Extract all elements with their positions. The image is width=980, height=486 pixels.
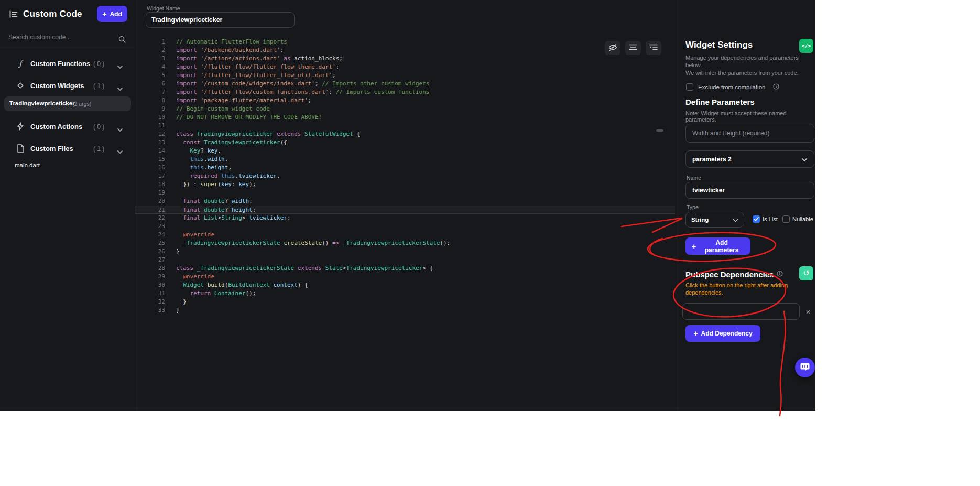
code-text: this.width, bbox=[165, 155, 228, 164]
dependency-input[interactable] bbox=[682, 303, 800, 320]
nullable-checkbox[interactable] bbox=[782, 215, 790, 223]
line-number: 3 bbox=[135, 55, 165, 63]
exclude-compilation-checkbox[interactable] bbox=[686, 83, 693, 91]
parameter-group-header[interactable]: parameters 2 bbox=[685, 150, 814, 168]
code-line[interactable]: 32 } bbox=[135, 298, 675, 306]
eye-off-icon bbox=[608, 44, 617, 53]
code-line[interactable]: 23 bbox=[135, 222, 675, 231]
code-line[interactable]: 14 Key? key, bbox=[135, 147, 675, 155]
code-line[interactable]: 6import '/custom_code/widgets/index.dart… bbox=[135, 80, 675, 88]
code-line[interactable]: 8import 'package:flutter/material.dart'; bbox=[135, 96, 675, 105]
line-number: 6 bbox=[135, 80, 165, 88]
search-input[interactable] bbox=[8, 34, 113, 41]
chevron-down-icon[interactable] bbox=[117, 84, 123, 93]
section-count: ( 0 ) bbox=[93, 60, 104, 68]
chevron-down-icon[interactable] bbox=[117, 62, 123, 71]
code-line[interactable]: 33} bbox=[135, 306, 675, 315]
code-line[interactable]: 9// Begin custom widget code bbox=[135, 105, 675, 113]
pubspec-warning-text: Click the button on the right after addi… bbox=[685, 282, 802, 296]
parameter-name-input[interactable] bbox=[685, 182, 814, 199]
sidebar-item-tradingviewpriceticker[interactable]: Tradingviewpriceticker (2 args) bbox=[4, 96, 131, 111]
code-line[interactable]: 2import '/backend/backend.dart'; bbox=[135, 46, 675, 55]
code-editor[interactable]: 1// Automatic FlutterFlow imports2import… bbox=[135, 33, 675, 411]
code-line[interactable]: 29 @override bbox=[135, 273, 675, 281]
is-list-checkbox[interactable] bbox=[753, 215, 760, 223]
add-dependency-label: Add Dependency bbox=[701, 330, 753, 337]
code-line[interactable]: 20 final double? width; bbox=[135, 197, 675, 206]
code-line[interactable]: 25 _TradingviewpricetickerState createSt… bbox=[135, 239, 675, 247]
code-line[interactable]: 17 required this.tviewticker, bbox=[135, 172, 675, 180]
refresh-dependencies-button[interactable]: ↺ bbox=[799, 266, 813, 280]
code-lines[interactable]: 1// Automatic FlutterFlow imports2import… bbox=[135, 38, 675, 315]
code-line[interactable]: 24 @override bbox=[135, 231, 675, 239]
add-button-label: Add bbox=[110, 10, 122, 18]
code-text: import '/flutter_flow/flutter_flow_theme… bbox=[165, 63, 339, 71]
code-line[interactable]: 3import '/actions/actions.dart' as actio… bbox=[135, 55, 675, 63]
chevron-down-icon[interactable] bbox=[801, 155, 808, 164]
code-line[interactable]: 27 bbox=[135, 256, 675, 264]
sidebar-section-custom-widgets[interactable]: Custom Widgets ( 1 ) bbox=[0, 75, 135, 96]
code-line[interactable]: 30 Widget build(BuildContext context) { bbox=[135, 281, 675, 289]
code-text: final List<String> tviewticker; bbox=[165, 214, 291, 222]
line-number: 8 bbox=[135, 96, 165, 105]
code-line[interactable]: 18 }) : super(key: key); bbox=[135, 180, 675, 189]
sidebar-item-main-dart[interactable]: main.dart bbox=[4, 158, 131, 173]
type-select-value: String bbox=[691, 217, 709, 223]
line-number: 14 bbox=[135, 147, 165, 155]
sidebar-section-custom-files[interactable]: Custom Files ( 1 ) bbox=[0, 138, 135, 159]
clear-dependency-button[interactable]: × bbox=[803, 306, 813, 317]
line-number: 7 bbox=[135, 88, 165, 96]
add-custom-code-button[interactable]: + Add bbox=[97, 6, 127, 22]
width-height-field[interactable]: Width and Height (required) bbox=[685, 124, 814, 143]
line-number: 32 bbox=[135, 298, 165, 306]
line-number: 1 bbox=[135, 38, 165, 46]
code-line[interactable]: 4import '/flutter_flow/flutter_flow_them… bbox=[135, 63, 675, 71]
code-line[interactable]: 1// Automatic FlutterFlow imports bbox=[135, 38, 675, 46]
code-line[interactable]: 21 final double? height; bbox=[135, 206, 675, 214]
code-line[interactable]: 15 this.width, bbox=[135, 155, 675, 164]
code-line[interactable]: 11 bbox=[135, 122, 675, 130]
search-icon[interactable] bbox=[118, 35, 126, 46]
widget-name-input[interactable] bbox=[146, 12, 295, 28]
info-icon[interactable] bbox=[777, 269, 783, 279]
align-center-button[interactable] bbox=[625, 41, 641, 55]
sidebar-section-custom-actions[interactable]: Custom Actions ( 0 ) bbox=[0, 116, 135, 137]
toggle-visibility-button[interactable] bbox=[605, 41, 620, 55]
code-text: import '/actions/actions.dart' as action… bbox=[165, 55, 343, 63]
view-code-button[interactable]: </> bbox=[799, 39, 813, 53]
widget-item-args: (2 args) bbox=[72, 101, 91, 107]
code-line[interactable]: 26} bbox=[135, 247, 675, 256]
type-select[interactable]: String bbox=[685, 212, 744, 228]
add-dependency-button[interactable]: + Add Dependency bbox=[685, 325, 760, 342]
code-text: import '/flutter_flow/flutter_flow_util.… bbox=[165, 71, 336, 80]
code-text: // Automatic FlutterFlow imports bbox=[165, 38, 287, 46]
line-number: 26 bbox=[135, 247, 165, 256]
sidebar-section-custom-functions[interactable]: ƒ Custom Functions ( 0 ) bbox=[0, 53, 135, 74]
code-text: final double? height; bbox=[165, 206, 256, 213]
chevron-down-icon[interactable] bbox=[117, 125, 123, 134]
settings-description: Manage your dependencies and parameters … bbox=[685, 55, 804, 69]
search-bar bbox=[0, 30, 135, 49]
line-number: 19 bbox=[135, 189, 165, 197]
code-line[interactable]: 7import '/flutter_flow/custom_functions.… bbox=[135, 88, 675, 96]
widget-icon bbox=[16, 81, 25, 92]
code-line[interactable]: 16 this.height, bbox=[135, 164, 675, 172]
chat-icon bbox=[800, 362, 810, 374]
code-line[interactable]: 12class Tradingviewpriceticker extends S… bbox=[135, 130, 675, 138]
is-list-label: Is List bbox=[763, 216, 778, 222]
code-line[interactable]: 5import '/flutter_flow/flutter_flow_util… bbox=[135, 71, 675, 80]
chevron-down-icon[interactable] bbox=[117, 147, 123, 156]
line-number: 33 bbox=[135, 306, 165, 315]
info-icon[interactable] bbox=[773, 82, 779, 92]
code-text: import '/custom_code/widgets/index.dart'… bbox=[165, 80, 429, 88]
code-line[interactable]: 31 return Container(); bbox=[135, 289, 675, 298]
code-line[interactable]: 28class _TradingviewpricetickerState ext… bbox=[135, 264, 675, 273]
code-line[interactable]: 10// DO NOT REMOVE OR MODIFY THE CODE AB… bbox=[135, 113, 675, 122]
add-parameters-button[interactable]: + Add parameters bbox=[685, 237, 750, 255]
indent-button[interactable] bbox=[646, 41, 661, 55]
chat-button[interactable] bbox=[795, 358, 815, 377]
code-line[interactable]: 22 final List<String> tviewticker; bbox=[135, 214, 675, 222]
panel-drag-handle[interactable] bbox=[656, 129, 663, 132]
code-line[interactable]: 19 bbox=[135, 189, 675, 197]
code-line[interactable]: 13 const Tradingviewpriceticker({ bbox=[135, 138, 675, 147]
